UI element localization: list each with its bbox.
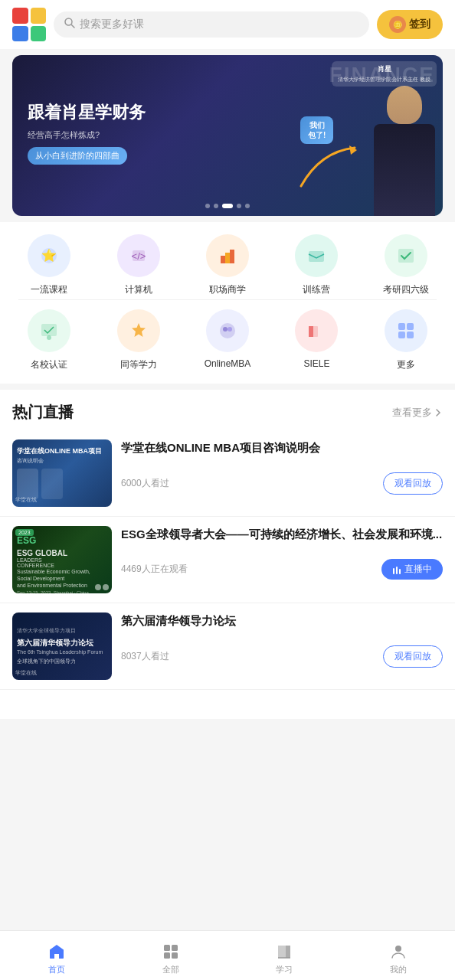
category-section: ⭐ 一流课程 </> 计算机 职场商学 xyxy=(0,222,455,384)
esg-desc: Sustainable Economic Growth,Social Devel… xyxy=(17,568,107,589)
category-icon-4 xyxy=(385,234,427,277)
signin-button[interactable]: 🪙 签到 xyxy=(377,10,443,39)
live-meta-0: 6000人看过 观看回放 xyxy=(121,472,443,495)
live-card-2[interactable]: 清华大学全球领导力项目 第六届清华领导力论坛 The 6th Tsinghua … xyxy=(0,603,455,690)
esg-badge: 2023 xyxy=(15,529,34,536)
tsinghua-en: The 6th Tsinghua Leadership Forum xyxy=(17,649,107,655)
live-bars-icon xyxy=(392,565,401,574)
partner-1 xyxy=(95,584,101,590)
svg-text:</>: </> xyxy=(131,250,146,262)
live-thumb-2: 清华大学全球领导力项目 第六届清华领导力论坛 The 6th Tsinghua … xyxy=(12,612,112,680)
live-card-0[interactable]: 学堂在线ONLINE MBA项目 咨询说明会 学堂在线 学堂在线ONLINE M… xyxy=(0,430,455,517)
svg-point-0 xyxy=(65,18,72,25)
person-body xyxy=(374,124,435,216)
live-info-1: ESG全球领导者大会——可持续的经济增长、社会发展和环境... 4469人正在观… xyxy=(121,526,443,580)
search-icon xyxy=(64,18,75,31)
dot-4 xyxy=(237,204,241,208)
banner-title: 跟着肖星学财务 xyxy=(28,102,274,124)
logo-cell-green xyxy=(31,26,47,42)
book-icon xyxy=(274,942,294,962)
live-thumb-0: 学堂在线ONLINE MBA项目 咨询说明会 学堂在线 xyxy=(12,439,112,507)
section-title: 热门直播 xyxy=(12,402,74,423)
signin-label: 签到 xyxy=(409,18,430,31)
category-icon-9 xyxy=(385,309,427,352)
thumb-logo-0: 学堂在线 xyxy=(15,496,37,504)
banner-badge: 我们包了! xyxy=(300,116,333,144)
svg-rect-26 xyxy=(172,952,178,959)
signin-avatar: 🪙 xyxy=(389,16,406,33)
category-label-7: OnlineMBA xyxy=(205,358,251,369)
category-item-4[interactable]: 考研四六级 xyxy=(363,234,449,296)
live-title-1: ESG全球领导者大会——可持续的经济增长、社会发展和环境... xyxy=(121,526,443,542)
svg-rect-25 xyxy=(164,952,170,959)
category-label-4: 考研四六级 xyxy=(383,283,429,296)
live-button-1[interactable]: 直播中 xyxy=(381,559,443,580)
nav-label-profile: 我的 xyxy=(390,964,407,975)
thumb-subtitle-0: 咨询说明会 xyxy=(17,457,107,464)
esg-title: ESG ESG GLOBAL LEADERS CONFERENCE xyxy=(17,535,107,568)
esg-conf-label: LEADERS xyxy=(17,557,107,563)
category-icon-2 xyxy=(206,234,249,277)
person-placeholder-2 xyxy=(41,469,63,499)
category-item-2[interactable]: 职场商学 xyxy=(185,234,270,296)
svg-rect-18 xyxy=(398,332,405,338)
live-info-2: 第六届清华领导力论坛 8037人看过 观看回放 xyxy=(121,612,443,668)
logo-cell-blue xyxy=(12,26,28,42)
person-figure xyxy=(374,86,435,216)
live-title-0: 学堂在线ONLINE MBA项目咨询说明会 xyxy=(121,439,443,456)
category-label-2: 职场商学 xyxy=(209,283,246,296)
live-viewers-0: 6000人看过 xyxy=(121,477,169,490)
category-item-5[interactable]: 名校认证 xyxy=(6,309,92,371)
category-icon-8 xyxy=(295,309,338,352)
dot-2 xyxy=(214,204,218,208)
app-logo[interactable] xyxy=(12,8,46,41)
category-item-9[interactable]: 更多 xyxy=(363,309,449,371)
category-icon-7 xyxy=(206,309,249,352)
thumb-label-0: 学堂在线ONLINE MBA项目 xyxy=(17,447,107,456)
category-divider xyxy=(18,299,437,300)
nav-item-home[interactable]: 首页 xyxy=(0,936,114,975)
live-thumb-1: 2023 ESG ESG GLOBAL LEADERS CONFERENCE S… xyxy=(12,526,112,593)
category-item-1[interactable]: </> 计算机 xyxy=(95,234,181,296)
category-item-6[interactable]: 同等学力 xyxy=(95,309,181,371)
live-card-1[interactable]: 2023 ESG ESG GLOBAL LEADERS CONFERENCE S… xyxy=(0,517,455,603)
home-icon xyxy=(47,942,67,962)
live-title-2: 第六届清华领导力论坛 xyxy=(121,612,443,629)
category-label-0: 一流课程 xyxy=(31,283,67,296)
esg-en: ESG GLOBAL xyxy=(17,549,107,557)
live-meta-1: 4469人正在观看 直播中 xyxy=(121,559,443,580)
category-label-3: 训练营 xyxy=(303,283,330,296)
search-bar[interactable]: 搜索更多好课 xyxy=(54,11,369,38)
grid-icon xyxy=(161,942,181,962)
category-item-7[interactable]: OnlineMBA xyxy=(185,309,270,371)
bottom-nav: 首页 全部 学习 我的 xyxy=(0,930,455,980)
category-item-8[interactable]: SIELE xyxy=(273,309,359,371)
nav-label-all: 全部 xyxy=(162,964,179,975)
category-icon-1: </> xyxy=(117,234,160,277)
category-item-0[interactable]: ⭐ 一流课程 xyxy=(6,234,92,296)
nav-item-study[interactable]: 学习 xyxy=(228,936,342,975)
replay-button-0[interactable]: 观看回放 xyxy=(383,472,443,495)
logo-cell-yellow xyxy=(31,8,47,24)
tsinghua-title: 第六届清华领导力论坛 xyxy=(17,638,107,648)
esg-main: ESG xyxy=(17,535,107,546)
category-item-3[interactable]: 训练营 xyxy=(273,234,359,296)
live-btn-label: 直播中 xyxy=(404,563,432,576)
svg-point-14 xyxy=(228,327,232,332)
svg-rect-6 xyxy=(225,253,230,263)
thumb-logo-2: 学堂在线 xyxy=(15,669,37,677)
thumb-text-1: 2023 ESG ESG GLOBAL LEADERS CONFERENCE S… xyxy=(12,526,112,593)
section-header: 热门直播 查看更多 xyxy=(0,390,455,430)
live-viewers-2: 8037人看过 xyxy=(121,650,169,663)
dot-3 xyxy=(222,204,233,208)
nav-item-profile[interactable]: 我的 xyxy=(342,936,456,975)
teacher-label: 肖星 清华大学经济管理学院会计系主任 教授 xyxy=(332,61,437,87)
svg-rect-21 xyxy=(396,567,398,574)
nav-item-all[interactable]: 全部 xyxy=(114,936,228,975)
section-more[interactable]: 查看更多 xyxy=(392,406,443,420)
teacher-name: 肖星 xyxy=(338,64,430,74)
replay-button-2[interactable]: 观看回放 xyxy=(383,645,443,668)
svg-rect-20 xyxy=(393,568,394,574)
banner[interactable]: FINANCE 跟着肖星学财务 经营高手怎样炼成? 从小白到进阶的四部曲 xyxy=(12,55,443,216)
category-label-1: 计算机 xyxy=(125,283,152,296)
